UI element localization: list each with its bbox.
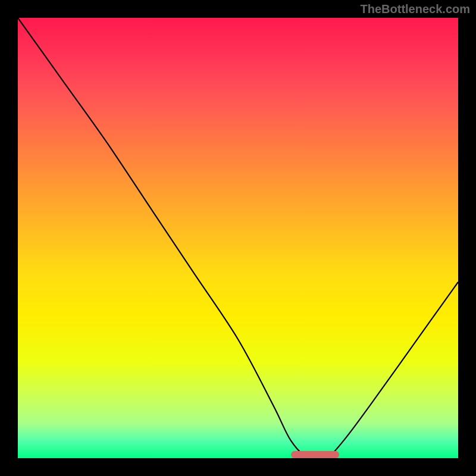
- chart-plot-area: [18, 18, 458, 458]
- optimal-range-highlight: [291, 451, 339, 458]
- bottleneck-curve-path: [18, 18, 458, 458]
- curve-svg: [18, 18, 458, 458]
- watermark-text: TheBottleneck.com: [361, 2, 470, 16]
